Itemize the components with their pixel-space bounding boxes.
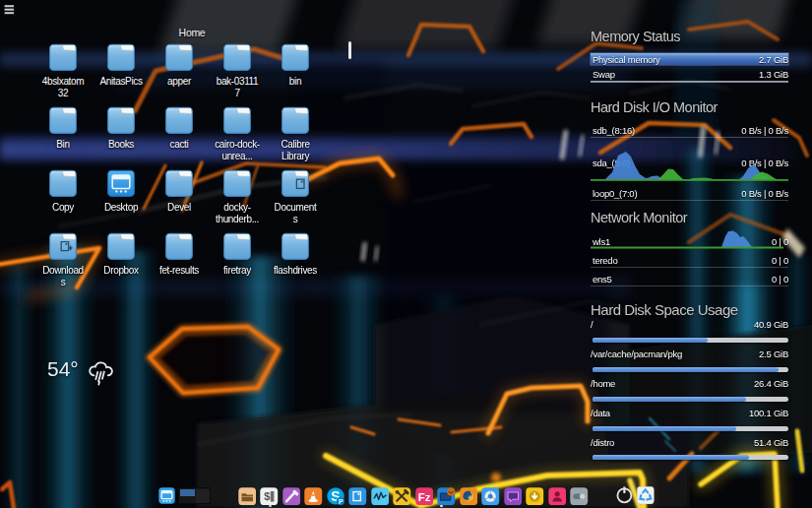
svg-text:P: P: [339, 497, 344, 504]
svg-text:Fz: Fz: [417, 490, 430, 502]
svg-text:$: $: [264, 490, 270, 502]
